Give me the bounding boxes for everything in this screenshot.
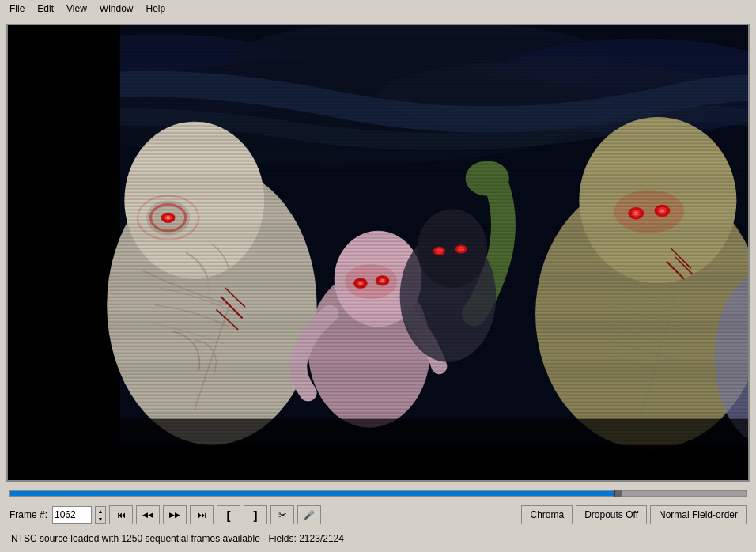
svg-rect-43 xyxy=(8,25,748,480)
step-fwd-icon: ▶▶ xyxy=(169,511,180,519)
controls-row: Frame #: ▲ ▼ ⏮ ◀◀ ▶▶ ⏭ [ xyxy=(6,504,750,526)
controls-area: Frame #: ▲ ▼ ⏮ ◀◀ ▶▶ ⏭ [ xyxy=(6,486,750,526)
cut-icon: ✂ xyxy=(278,509,287,521)
menu-view[interactable]: View xyxy=(60,2,93,16)
dropouts-button[interactable]: Dropouts Off xyxy=(576,505,647,524)
mark-out-icon: ] xyxy=(254,509,258,522)
main-area: Frame #: ▲ ▼ ⏮ ◀◀ ▶▶ ⏭ [ xyxy=(0,17,756,552)
statusbar: NTSC source loaded with 1250 sequential … xyxy=(6,531,750,546)
step-fwd-button[interactable]: ▶▶ xyxy=(163,505,187,524)
seekbar[interactable] xyxy=(9,490,747,497)
mark-in-button[interactable]: [ xyxy=(217,505,240,524)
mic-icon: 🎤 xyxy=(304,510,315,520)
chroma-button[interactable]: Chroma xyxy=(521,505,573,524)
to-end-icon: ⏭ xyxy=(198,510,206,520)
step-back-button[interactable]: ◀◀ xyxy=(136,505,160,524)
mark-in-icon: [ xyxy=(227,509,231,522)
frame-spinner-down[interactable]: ▼ xyxy=(96,515,105,523)
menu-edit[interactable]: Edit xyxy=(31,2,60,16)
frame-spinner[interactable]: ▲ ▼ xyxy=(95,506,106,524)
menu-file[interactable]: File xyxy=(3,2,31,16)
seekbar-row xyxy=(6,486,750,501)
cut-button[interactable]: ✂ xyxy=(270,505,294,524)
to-start-icon: ⏮ xyxy=(117,510,126,520)
video-container xyxy=(6,24,750,482)
step-back-icon: ◀◀ xyxy=(142,511,153,519)
frame-input[interactable] xyxy=(52,506,92,524)
frame-label: Frame #: xyxy=(9,509,47,520)
to-start-button[interactable]: ⏮ xyxy=(109,505,133,524)
mark-out-button[interactable]: ] xyxy=(244,505,267,524)
video-frame xyxy=(8,25,748,480)
menubar: File Edit View Window Help xyxy=(0,0,756,17)
frame-spinner-up[interactable]: ▲ xyxy=(96,507,105,515)
field-order-button[interactable]: Normal Field-order xyxy=(650,505,747,524)
menu-help[interactable]: Help xyxy=(140,2,172,16)
mic-button[interactable]: 🎤 xyxy=(297,505,321,524)
status-text: NTSC source loaded with 1250 sequential … xyxy=(11,533,344,544)
menu-window[interactable]: Window xyxy=(93,2,140,16)
to-end-button[interactable]: ⏭ xyxy=(190,505,214,524)
